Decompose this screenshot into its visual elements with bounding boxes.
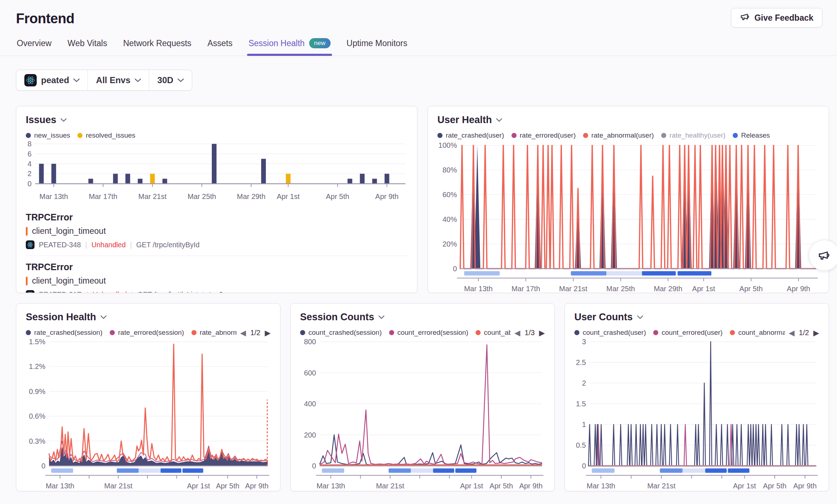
issue-short-id: PEATED-31R	[39, 290, 82, 293]
legend-dot	[653, 330, 658, 335]
megaphone-icon	[818, 249, 831, 262]
environment-selector[interactable]: All Envs	[88, 70, 149, 90]
legend-rate-healthy-user[interactable]: rate_healthy(user)	[661, 131, 725, 139]
user-health-panel-title: User Health	[437, 114, 492, 126]
svg-text:Mar 21st: Mar 21st	[559, 285, 587, 293]
legend-new-issues[interactable]: new_issues	[26, 131, 70, 139]
svg-text:Apr 5th: Apr 5th	[763, 482, 786, 490]
issue-item[interactable]: TRPCError client_login_timeout PEATED-34…	[26, 206, 408, 256]
svg-text:Apr 1st: Apr 1st	[277, 192, 300, 200]
legend-count-crashed-user[interactable]: count_crashed(user)	[574, 329, 646, 337]
error-level-bar	[26, 227, 28, 236]
legend-count-errored-user[interactable]: count_errored(user)	[653, 329, 723, 337]
react-icon	[24, 74, 37, 86]
svg-text:Apr 1st: Apr 1st	[692, 285, 715, 293]
unhandled-tag: Unhandled	[93, 290, 127, 293]
svg-text:0: 0	[582, 462, 586, 470]
legend-count-abnormal-session[interactable]: count_abnormal(session)	[476, 329, 511, 337]
svg-text:1: 1	[582, 420, 586, 428]
legend-dot	[661, 133, 666, 138]
legend-dot	[437, 133, 442, 138]
issue-transaction: GET /trpc/entityById	[136, 241, 199, 249]
legend-rate-crashed-user[interactable]: rate_crashed(user)	[437, 131, 504, 139]
legend-dot	[26, 133, 31, 138]
chevron-down-icon[interactable]	[379, 316, 384, 319]
svg-text:Mar 21st: Mar 21st	[376, 482, 404, 490]
chevron-down-icon[interactable]	[101, 316, 106, 319]
svg-text:Apr 5th: Apr 5th	[216, 482, 239, 490]
legend-dot	[191, 330, 197, 335]
svg-text:0: 0	[312, 462, 316, 470]
legend-count-crashed-session[interactable]: count_crashed(session)	[300, 329, 382, 337]
tab-network-requests[interactable]: Network Requests	[122, 36, 192, 56]
svg-text:Apr 5th: Apr 5th	[326, 192, 349, 200]
svg-text:200: 200	[304, 431, 316, 439]
pager-prev-button[interactable]: ◀	[789, 329, 794, 337]
tab-web-vitals[interactable]: Web Vitals	[67, 36, 108, 56]
issue-item[interactable]: TRPCError client_login_timeout PEATED-31…	[26, 256, 408, 293]
pager-next-button[interactable]: ▶	[539, 329, 545, 337]
legend-dot	[512, 133, 517, 138]
svg-text:Mar 21st: Mar 21st	[647, 482, 676, 490]
error-level-bar	[26, 277, 28, 285]
pager-prev-button[interactable]: ◀	[240, 329, 246, 337]
svg-text:20%: 20%	[442, 240, 457, 248]
svg-text:0: 0	[453, 265, 457, 273]
issues-panel: Issues new_issues resolved_issues 02468M…	[16, 106, 417, 293]
legend-rate-errored-user[interactable]: rate_errored(user)	[512, 131, 576, 139]
legend-resolved-issues[interactable]: resolved_issues	[77, 131, 135, 139]
issue-short-id: PEATED-348	[39, 241, 81, 249]
date-range-selector[interactable]: 30D	[149, 70, 192, 90]
svg-text:Mar 17th: Mar 17th	[89, 192, 117, 200]
legend-count-abnormal-user[interactable]: count_abnormal(user)	[730, 329, 785, 337]
legend-rate-crashed-session[interactable]: rate_crashed(session)	[26, 329, 102, 337]
pager-prev-button[interactable]: ◀	[514, 329, 520, 337]
session-counts-panel-title: Session Counts	[300, 312, 374, 323]
legend-rate-abnormal-user[interactable]: rate_abnormal(user)	[583, 131, 654, 139]
svg-text:1.5: 1.5	[576, 400, 586, 408]
chevron-down-icon	[178, 78, 184, 82]
tab-assets[interactable]: Assets	[207, 36, 233, 56]
legend-dot	[476, 330, 481, 335]
legend-dot	[574, 330, 579, 335]
project-selector[interactable]: peated	[16, 70, 88, 90]
legend-dot	[77, 133, 82, 138]
legend-pager: ◀ 1/2 ▶	[240, 329, 271, 337]
svg-text:Apr 9th: Apr 9th	[245, 482, 268, 490]
tab-overview[interactable]: Overview	[16, 36, 52, 56]
svg-text:0.3%: 0.3%	[29, 437, 45, 445]
svg-text:0: 0	[41, 462, 45, 470]
user-health-panel: User Health rate_crashed(user) rate_erro…	[428, 106, 829, 293]
legend-releases[interactable]: Releases	[733, 131, 770, 139]
replay-play-icon	[209, 292, 215, 293]
react-icon	[26, 240, 35, 249]
svg-text:Mar 29th: Mar 29th	[237, 192, 266, 200]
replay-count: 2	[219, 290, 223, 293]
pager-next-button[interactable]: ▶	[813, 329, 819, 337]
chevron-down-icon[interactable]	[496, 118, 502, 122]
tab-uptime-monitors[interactable]: Uptime Monitors	[346, 36, 408, 56]
user-counts-panel-title: User Counts	[574, 312, 633, 323]
chevron-down-icon[interactable]	[637, 316, 643, 319]
legend-rate-errored-session[interactable]: rate_errored(session)	[110, 329, 184, 337]
pager-next-button[interactable]: ▶	[265, 329, 271, 337]
megaphone-icon	[740, 12, 750, 24]
legend-count-errored-session[interactable]: count_errored(session)	[389, 329, 468, 337]
svg-text:Mar 13th: Mar 13th	[464, 285, 493, 293]
floating-feedback-button[interactable]	[809, 240, 837, 271]
svg-text:Apr 9th: Apr 9th	[787, 285, 810, 293]
svg-text:1.2%: 1.2%	[29, 362, 45, 370]
svg-text:6: 6	[28, 150, 32, 158]
issue-title[interactable]: TRPCError	[26, 262, 408, 272]
chevron-down-icon[interactable]	[61, 118, 66, 122]
tab-session-health[interactable]: Session Health new	[248, 36, 331, 56]
issue-title[interactable]: TRPCError	[26, 212, 408, 223]
legend-rate-abnormal-session[interactable]: rate_abnormal(session)	[191, 329, 236, 337]
svg-text:Apr 9th: Apr 9th	[375, 192, 399, 200]
legend-dot	[583, 133, 588, 138]
svg-text:800: 800	[304, 338, 316, 346]
svg-text:2: 2	[582, 379, 586, 387]
chevron-down-icon	[135, 78, 141, 82]
give-feedback-button[interactable]: Give Feedback	[731, 8, 822, 28]
pager-label: 1/2	[250, 329, 260, 337]
